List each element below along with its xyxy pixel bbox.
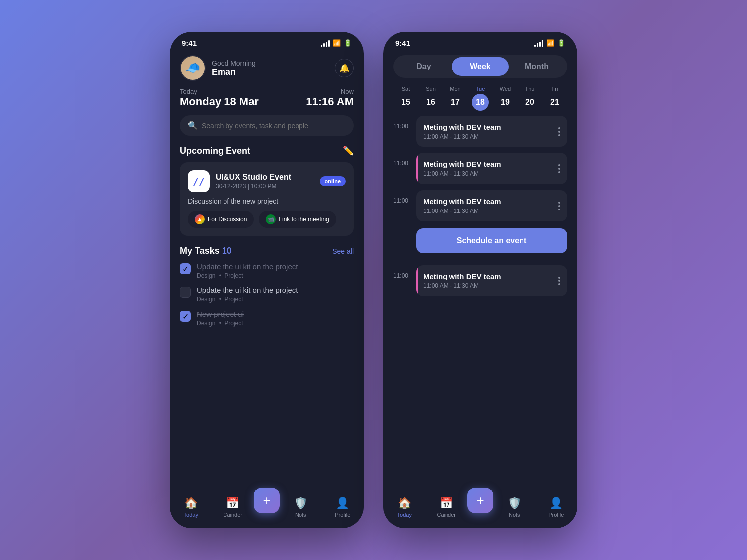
tab-month[interactable]: Month: [509, 57, 565, 76]
edit-icon[interactable]: ✏️: [343, 145, 354, 156]
status-bar-right: 9:41 📶 🔋: [383, 32, 577, 50]
cal-event-info-3: Meting with DEV team 11:00 AM - 11:30 AM: [423, 197, 501, 214]
cal-event-timerange-1: 11:00 AM - 11:30 AM: [423, 133, 501, 140]
user-name: Eman: [212, 67, 256, 77]
for-discussion-button[interactable]: ▲ For Discussion: [188, 211, 254, 228]
right-phone: 9:41 📶 🔋 Day Week Month Sat 15: [383, 32, 577, 528]
greeting-text: Good Morning Eman: [212, 59, 256, 77]
status-time-left: 9:41: [182, 39, 197, 47]
event-top: // UI&UX Studio Event 30-12-2023 | 10:00…: [188, 170, 346, 192]
task-meta-2: Design • Project: [197, 296, 298, 303]
calendar-icon-right: 📅: [440, 497, 453, 510]
nav-today-label-left: Today: [184, 512, 198, 518]
cal-event-row-2: 11:00 Meting with DEV team 11:00 AM - 11…: [393, 153, 567, 184]
day-sun: Sun 16: [419, 86, 442, 111]
notification-bell-button[interactable]: 🔔: [335, 59, 354, 77]
schedule-event-button[interactable]: Schedule an event: [416, 228, 567, 253]
event-description: Discussion of the new project: [188, 197, 346, 205]
link-to-meeting-label: Link to the meeting: [279, 216, 329, 223]
day-num-sat[interactable]: 15: [397, 94, 414, 111]
task-text-1: Update the ui kit on the project Design …: [197, 262, 298, 279]
signal-icon-right: [534, 40, 543, 47]
task-label-3: New project ui: [197, 310, 244, 318]
day-name-wed: Wed: [500, 86, 511, 92]
day-num-wed[interactable]: 19: [497, 94, 514, 111]
nav-profile-left[interactable]: 👤 Profile: [322, 497, 364, 518]
see-all-button[interactable]: See all: [332, 247, 354, 255]
event-menu-4[interactable]: [558, 277, 560, 285]
fab-button-right[interactable]: +: [467, 488, 493, 513]
cal-event-card-1[interactable]: Meting with DEV team 11:00 AM - 11:30 AM: [416, 116, 567, 147]
nav-notes-label-left: Nots: [295, 512, 306, 518]
task-checkbox-1[interactable]: ✓: [180, 263, 191, 274]
gdrive-icon: ▲: [195, 214, 205, 224]
nav-notes-left[interactable]: 🛡️ Nots: [280, 497, 322, 518]
search-icon: 🔍: [188, 121, 198, 130]
week-days: Sat 15 Sun 16 Mon 17 Tue 18 Wed 19: [393, 86, 567, 111]
day-name-sat: Sat: [402, 86, 410, 92]
day-wed: Wed 19: [494, 86, 517, 111]
task-text-2: Update the ui kit on the project Design …: [197, 286, 298, 303]
battery-icon: 🔋: [344, 39, 352, 47]
nav-profile-right[interactable]: 👤 Profile: [535, 497, 578, 518]
event-menu-3[interactable]: [558, 202, 560, 210]
event-menu-1[interactable]: [558, 127, 560, 136]
good-morning-label: Good Morning: [212, 59, 256, 67]
day-mon: Mon 17: [444, 86, 467, 111]
tab-day[interactable]: Day: [395, 57, 452, 76]
event-logo: //: [188, 170, 210, 192]
date-value: Monday 18 Mar: [180, 95, 259, 108]
nav-today-right[interactable]: 🏠 Today: [383, 497, 426, 518]
cal-time-2: 11:00: [393, 153, 411, 167]
nav-calendar-left[interactable]: 📅 Cainder: [212, 497, 254, 518]
search-input[interactable]: [202, 122, 346, 130]
battery-icon-right: 🔋: [557, 39, 565, 47]
task-checkbox-2[interactable]: [180, 287, 191, 298]
cal-event-title-1: Meting with DEV team: [423, 123, 501, 131]
status-time-right: 9:41: [395, 39, 410, 47]
cal-event-card-3[interactable]: Meting with DEV team 11:00 AM - 11:30 AM: [416, 190, 567, 221]
day-thu: Thu 20: [519, 86, 541, 111]
day-name-fri: fri: [552, 86, 558, 92]
event-card: // UI&UX Studio Event 30-12-2023 | 10:00…: [180, 162, 354, 236]
nav-calendar-right[interactable]: 📅 Cainder: [426, 497, 468, 518]
task-text-3: New project ui Design • Project: [197, 310, 244, 327]
task-checkbox-3[interactable]: ✓: [180, 311, 191, 322]
cal-event-card-2[interactable]: Meting with DEV team 11:00 AM - 11:30 AM: [416, 153, 567, 184]
status-icons-left: 📶 🔋: [321, 39, 352, 47]
day-num-thu[interactable]: 20: [522, 94, 538, 111]
tab-week[interactable]: Week: [452, 57, 509, 76]
nav-calendar-label-right: Cainder: [437, 512, 456, 518]
day-num-sun[interactable]: 16: [422, 94, 439, 111]
fab-button-left[interactable]: +: [254, 488, 280, 513]
task-meta-3: Design • Project: [197, 320, 244, 327]
event-links: ▲ For Discussion 📹 Link to the meeting: [188, 211, 346, 228]
calendar-content: Day Week Month Sat 15 Sun 16 Mon 17: [383, 50, 577, 490]
day-sat: Sat 15: [394, 86, 417, 111]
nav-notes-label-right: Nots: [509, 512, 520, 518]
cal-event-row-3: 11:00 Meting with DEV team 11:00 AM - 11…: [393, 190, 567, 259]
time-value: 11:16 AM: [306, 95, 354, 108]
today-icon-right: 🏠: [398, 497, 411, 510]
status-bar-left: 9:41 📶 🔋: [170, 32, 364, 50]
day-name-mon: Mon: [450, 86, 460, 92]
nav-notes-right[interactable]: 🛡️ Nots: [493, 497, 535, 518]
week-header: Sat 15 Sun 16 Mon 17 Tue 18 Wed 19: [393, 86, 567, 111]
day-num-tue[interactable]: 18: [472, 94, 489, 111]
nav-today-label-right: Today: [397, 512, 412, 518]
link-to-meeting-button[interactable]: 📹 Link to the meeting: [259, 211, 336, 228]
cal-event-card-4[interactable]: Meting with DEV team 11:00 AM - 11:30 AM: [416, 265, 567, 296]
day-num-mon[interactable]: 17: [447, 94, 464, 111]
day-name-thu: Thu: [525, 86, 535, 92]
date-label: Today: [180, 88, 259, 95]
profile-icon-left: 👤: [336, 497, 349, 510]
day-tue: Tue 18: [469, 86, 492, 111]
cal-event-title-3: Meting with DEV team: [423, 197, 501, 206]
day-num-fri[interactable]: 21: [546, 94, 563, 111]
cal-event-title-4: Meting with DEV team: [423, 272, 501, 280]
search-bar[interactable]: 🔍: [180, 115, 354, 136]
for-discussion-label: For Discussion: [208, 216, 247, 223]
nav-today-left[interactable]: 🏠 Today: [170, 497, 212, 518]
event-menu-2[interactable]: [558, 164, 560, 173]
calendar-scroll: 11:00 Meting with DEV team 11:00 AM - 11…: [393, 116, 567, 302]
